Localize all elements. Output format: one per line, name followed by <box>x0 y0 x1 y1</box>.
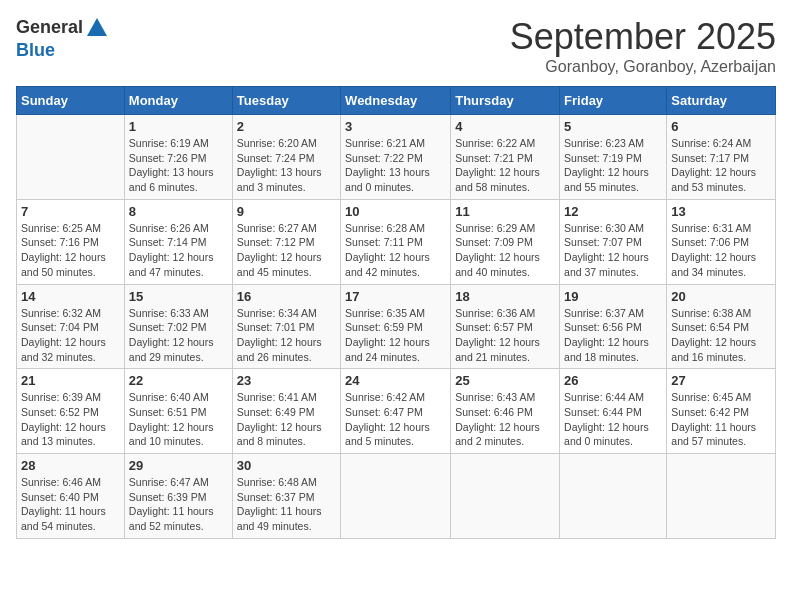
day-info: Sunrise: 6:36 AM Sunset: 6:57 PM Dayligh… <box>455 306 555 365</box>
day-cell: 7Sunrise: 6:25 AM Sunset: 7:16 PM Daylig… <box>17 199 125 284</box>
day-cell: 30Sunrise: 6:48 AM Sunset: 6:37 PM Dayli… <box>232 454 340 539</box>
header-cell-friday: Friday <box>560 87 667 115</box>
day-info: Sunrise: 6:41 AM Sunset: 6:49 PM Dayligh… <box>237 390 336 449</box>
day-cell <box>341 454 451 539</box>
day-cell: 28Sunrise: 6:46 AM Sunset: 6:40 PM Dayli… <box>17 454 125 539</box>
day-info: Sunrise: 6:35 AM Sunset: 6:59 PM Dayligh… <box>345 306 446 365</box>
day-number: 1 <box>129 119 228 134</box>
day-cell: 10Sunrise: 6:28 AM Sunset: 7:11 PM Dayli… <box>341 199 451 284</box>
day-cell: 17Sunrise: 6:35 AM Sunset: 6:59 PM Dayli… <box>341 284 451 369</box>
week-row-1: 1Sunrise: 6:19 AM Sunset: 7:26 PM Daylig… <box>17 115 776 200</box>
day-number: 16 <box>237 289 336 304</box>
day-info: Sunrise: 6:44 AM Sunset: 6:44 PM Dayligh… <box>564 390 662 449</box>
day-cell: 29Sunrise: 6:47 AM Sunset: 6:39 PM Dayli… <box>124 454 232 539</box>
day-info: Sunrise: 6:22 AM Sunset: 7:21 PM Dayligh… <box>455 136 555 195</box>
day-cell: 22Sunrise: 6:40 AM Sunset: 6:51 PM Dayli… <box>124 369 232 454</box>
day-cell: 19Sunrise: 6:37 AM Sunset: 6:56 PM Dayli… <box>560 284 667 369</box>
day-number: 10 <box>345 204 446 219</box>
day-cell: 12Sunrise: 6:30 AM Sunset: 7:07 PM Dayli… <box>560 199 667 284</box>
day-cell: 18Sunrise: 6:36 AM Sunset: 6:57 PM Dayli… <box>451 284 560 369</box>
day-number: 26 <box>564 373 662 388</box>
day-cell: 26Sunrise: 6:44 AM Sunset: 6:44 PM Dayli… <box>560 369 667 454</box>
header-cell-tuesday: Tuesday <box>232 87 340 115</box>
logo-blue: Blue <box>16 40 55 60</box>
day-info: Sunrise: 6:47 AM Sunset: 6:39 PM Dayligh… <box>129 475 228 534</box>
day-info: Sunrise: 6:40 AM Sunset: 6:51 PM Dayligh… <box>129 390 228 449</box>
day-cell: 16Sunrise: 6:34 AM Sunset: 7:01 PM Dayli… <box>232 284 340 369</box>
day-cell <box>667 454 776 539</box>
day-info: Sunrise: 6:42 AM Sunset: 6:47 PM Dayligh… <box>345 390 446 449</box>
day-info: Sunrise: 6:23 AM Sunset: 7:19 PM Dayligh… <box>564 136 662 195</box>
day-number: 14 <box>21 289 120 304</box>
day-cell: 1Sunrise: 6:19 AM Sunset: 7:26 PM Daylig… <box>124 115 232 200</box>
day-info: Sunrise: 6:20 AM Sunset: 7:24 PM Dayligh… <box>237 136 336 195</box>
day-number: 12 <box>564 204 662 219</box>
day-number: 13 <box>671 204 771 219</box>
day-number: 9 <box>237 204 336 219</box>
day-info: Sunrise: 6:24 AM Sunset: 7:17 PM Dayligh… <box>671 136 771 195</box>
day-number: 5 <box>564 119 662 134</box>
day-number: 20 <box>671 289 771 304</box>
day-cell: 4Sunrise: 6:22 AM Sunset: 7:21 PM Daylig… <box>451 115 560 200</box>
day-number: 17 <box>345 289 446 304</box>
day-cell: 2Sunrise: 6:20 AM Sunset: 7:24 PM Daylig… <box>232 115 340 200</box>
calendar-table: SundayMondayTuesdayWednesdayThursdayFrid… <box>16 86 776 539</box>
day-cell: 15Sunrise: 6:33 AM Sunset: 7:02 PM Dayli… <box>124 284 232 369</box>
day-cell: 13Sunrise: 6:31 AM Sunset: 7:06 PM Dayli… <box>667 199 776 284</box>
day-number: 30 <box>237 458 336 473</box>
day-cell: 21Sunrise: 6:39 AM Sunset: 6:52 PM Dayli… <box>17 369 125 454</box>
day-info: Sunrise: 6:48 AM Sunset: 6:37 PM Dayligh… <box>237 475 336 534</box>
day-number: 7 <box>21 204 120 219</box>
day-info: Sunrise: 6:27 AM Sunset: 7:12 PM Dayligh… <box>237 221 336 280</box>
day-number: 25 <box>455 373 555 388</box>
logo-icon <box>85 16 109 40</box>
day-info: Sunrise: 6:26 AM Sunset: 7:14 PM Dayligh… <box>129 221 228 280</box>
day-number: 3 <box>345 119 446 134</box>
day-number: 8 <box>129 204 228 219</box>
day-info: Sunrise: 6:28 AM Sunset: 7:11 PM Dayligh… <box>345 221 446 280</box>
day-info: Sunrise: 6:21 AM Sunset: 7:22 PM Dayligh… <box>345 136 446 195</box>
day-info: Sunrise: 6:37 AM Sunset: 6:56 PM Dayligh… <box>564 306 662 365</box>
day-info: Sunrise: 6:32 AM Sunset: 7:04 PM Dayligh… <box>21 306 120 365</box>
day-cell <box>560 454 667 539</box>
day-cell: 11Sunrise: 6:29 AM Sunset: 7:09 PM Dayli… <box>451 199 560 284</box>
page-header: General Blue September 2025 Goranboy, Go… <box>16 16 776 76</box>
day-cell <box>17 115 125 200</box>
day-cell: 27Sunrise: 6:45 AM Sunset: 6:42 PM Dayli… <box>667 369 776 454</box>
day-cell: 3Sunrise: 6:21 AM Sunset: 7:22 PM Daylig… <box>341 115 451 200</box>
day-info: Sunrise: 6:19 AM Sunset: 7:26 PM Dayligh… <box>129 136 228 195</box>
day-info: Sunrise: 6:38 AM Sunset: 6:54 PM Dayligh… <box>671 306 771 365</box>
day-info: Sunrise: 6:29 AM Sunset: 7:09 PM Dayligh… <box>455 221 555 280</box>
day-cell: 24Sunrise: 6:42 AM Sunset: 6:47 PM Dayli… <box>341 369 451 454</box>
day-number: 15 <box>129 289 228 304</box>
day-number: 18 <box>455 289 555 304</box>
day-number: 11 <box>455 204 555 219</box>
header-cell-sunday: Sunday <box>17 87 125 115</box>
day-cell: 23Sunrise: 6:41 AM Sunset: 6:49 PM Dayli… <box>232 369 340 454</box>
day-number: 23 <box>237 373 336 388</box>
header-cell-thursday: Thursday <box>451 87 560 115</box>
day-number: 28 <box>21 458 120 473</box>
day-number: 4 <box>455 119 555 134</box>
day-info: Sunrise: 6:43 AM Sunset: 6:46 PM Dayligh… <box>455 390 555 449</box>
day-cell: 25Sunrise: 6:43 AM Sunset: 6:46 PM Dayli… <box>451 369 560 454</box>
day-cell: 6Sunrise: 6:24 AM Sunset: 7:17 PM Daylig… <box>667 115 776 200</box>
month-title: September 2025 <box>510 16 776 58</box>
day-number: 27 <box>671 373 771 388</box>
day-cell <box>451 454 560 539</box>
day-number: 2 <box>237 119 336 134</box>
day-info: Sunrise: 6:31 AM Sunset: 7:06 PM Dayligh… <box>671 221 771 280</box>
day-info: Sunrise: 6:34 AM Sunset: 7:01 PM Dayligh… <box>237 306 336 365</box>
day-info: Sunrise: 6:39 AM Sunset: 6:52 PM Dayligh… <box>21 390 120 449</box>
day-number: 29 <box>129 458 228 473</box>
week-row-2: 7Sunrise: 6:25 AM Sunset: 7:16 PM Daylig… <box>17 199 776 284</box>
header-cell-monday: Monday <box>124 87 232 115</box>
title-section: September 2025 Goranboy, Goranboy, Azerb… <box>510 16 776 76</box>
header-cell-saturday: Saturday <box>667 87 776 115</box>
location-subtitle: Goranboy, Goranboy, Azerbaijan <box>510 58 776 76</box>
day-info: Sunrise: 6:30 AM Sunset: 7:07 PM Dayligh… <box>564 221 662 280</box>
header-cell-wednesday: Wednesday <box>341 87 451 115</box>
day-info: Sunrise: 6:25 AM Sunset: 7:16 PM Dayligh… <box>21 221 120 280</box>
day-cell: 5Sunrise: 6:23 AM Sunset: 7:19 PM Daylig… <box>560 115 667 200</box>
day-cell: 20Sunrise: 6:38 AM Sunset: 6:54 PM Dayli… <box>667 284 776 369</box>
